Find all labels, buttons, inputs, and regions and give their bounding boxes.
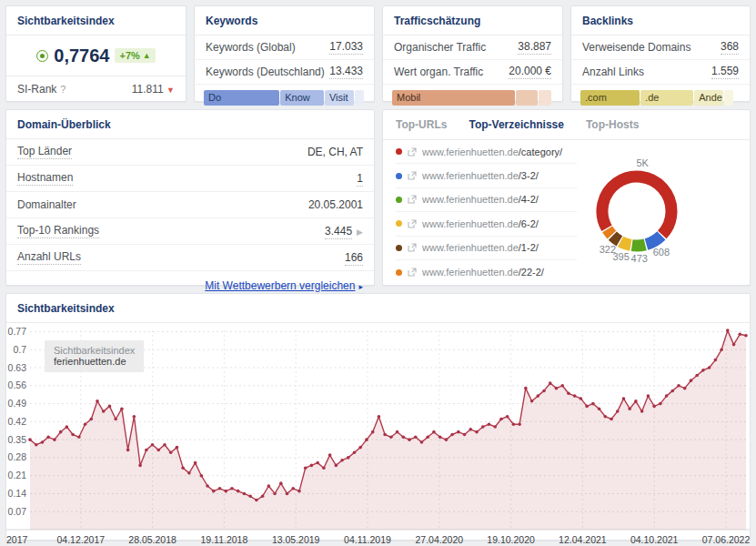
- data-point[interactable]: [328, 453, 332, 457]
- data-point[interactable]: [46, 436, 50, 440]
- data-point[interactable]: [156, 449, 160, 452]
- data-point[interactable]: [138, 464, 142, 468]
- data-point[interactable]: [738, 333, 741, 337]
- data-point[interactable]: [732, 343, 736, 347]
- data-point[interactable]: [463, 433, 467, 437]
- data-point[interactable]: [542, 389, 546, 393]
- data-point[interactable]: [432, 430, 436, 434]
- data-point[interactable]: [316, 461, 319, 465]
- data-point[interactable]: [670, 389, 674, 393]
- bar-segment[interactable]: Mobil: [392, 90, 515, 106]
- data-point[interactable]: [340, 459, 344, 462]
- data-point[interactable]: [84, 422, 87, 426]
- data-point[interactable]: [304, 466, 307, 470]
- domain-row-value[interactable]: 166: [345, 251, 363, 266]
- directory-list-item[interactable]: www.ferienhuetten.de/category/: [396, 140, 577, 164]
- tab-top-urls[interactable]: Top-URLs: [396, 118, 447, 131]
- data-point[interactable]: [567, 391, 570, 395]
- data-point[interactable]: [353, 450, 357, 454]
- data-point[interactable]: [151, 443, 155, 447]
- data-point[interactable]: [194, 461, 197, 465]
- data-point[interactable]: [371, 430, 375, 434]
- domain-row-label[interactable]: Anzahl URLs: [17, 250, 81, 265]
- data-point[interactable]: [683, 387, 687, 390]
- data-point[interactable]: [255, 499, 258, 502]
- data-point[interactable]: [677, 384, 680, 388]
- data-point[interactable]: [659, 402, 662, 406]
- data-point[interactable]: [114, 418, 117, 421]
- data-point[interactable]: [445, 438, 449, 441]
- data-point[interactable]: [53, 438, 56, 441]
- metric-value[interactable]: 20.000 €: [509, 65, 551, 79]
- bar-segment[interactable]: [724, 90, 734, 106]
- bar-segment[interactable]: [516, 90, 539, 106]
- data-point[interactable]: [720, 348, 723, 351]
- bar-segment[interactable]: Ande…: [694, 90, 723, 106]
- donut-segment[interactable]: [632, 244, 646, 245]
- domain-row-label[interactable]: Hostnamen: [17, 171, 73, 186]
- data-point[interactable]: [28, 438, 32, 441]
- data-point[interactable]: [230, 487, 234, 490]
- data-point[interactable]: [291, 487, 295, 490]
- data-point[interactable]: [414, 436, 418, 440]
- data-point[interactable]: [603, 415, 607, 419]
- data-point[interactable]: [493, 425, 497, 429]
- bar-segment[interactable]: Know: [280, 90, 324, 106]
- domain-row-label[interactable]: Top Länder: [17, 145, 72, 159]
- data-point[interactable]: [96, 399, 99, 403]
- data-point[interactable]: [408, 438, 411, 441]
- data-point[interactable]: [126, 449, 130, 452]
- data-point[interactable]: [560, 384, 564, 388]
- data-point[interactable]: [243, 492, 247, 496]
- data-point[interactable]: [457, 430, 460, 434]
- data-point[interactable]: [450, 433, 454, 437]
- data-point[interactable]: [59, 430, 63, 434]
- data-point[interactable]: [378, 415, 381, 419]
- data-point[interactable]: [310, 464, 314, 468]
- data-point[interactable]: [591, 402, 595, 406]
- domain-row-value[interactable]: 3.445: [325, 225, 352, 239]
- bar-segment[interactable]: [355, 90, 365, 106]
- data-point[interactable]: [120, 407, 124, 410]
- expand-arrow-icon[interactable]: ▶: [357, 228, 363, 237]
- data-point[interactable]: [438, 436, 442, 440]
- data-point[interactable]: [383, 433, 387, 437]
- metric-value[interactable]: 368: [721, 40, 739, 55]
- data-point[interactable]: [598, 407, 601, 410]
- data-point[interactable]: [224, 490, 227, 493]
- donut-segment[interactable]: [602, 177, 671, 235]
- data-point[interactable]: [212, 490, 216, 493]
- bar-segment[interactable]: .de: [640, 90, 693, 106]
- data-point[interactable]: [163, 443, 166, 447]
- data-point[interactable]: [71, 433, 75, 437]
- data-point[interactable]: [261, 494, 265, 498]
- data-point[interactable]: [89, 418, 93, 421]
- data-point[interactable]: [297, 490, 301, 493]
- data-point[interactable]: [622, 397, 626, 400]
- data-point[interactable]: [66, 425, 69, 429]
- data-point[interactable]: [580, 397, 583, 400]
- data-point[interactable]: [481, 425, 485, 429]
- data-point[interactable]: [469, 428, 473, 431]
- data-point[interactable]: [518, 422, 521, 426]
- tab-top-hosts[interactable]: Top-Hosts: [586, 118, 639, 131]
- data-point[interactable]: [573, 394, 577, 398]
- data-point[interactable]: [279, 481, 283, 485]
- data-point[interactable]: [714, 359, 718, 362]
- donut-segment[interactable]: [612, 236, 620, 241]
- data-point[interactable]: [102, 410, 106, 413]
- data-point[interactable]: [237, 490, 240, 493]
- data-point[interactable]: [133, 415, 136, 419]
- tab-top-verzeichnisse[interactable]: Top-Verzeichnisse: [469, 118, 563, 131]
- data-point[interactable]: [640, 410, 644, 413]
- data-point[interactable]: [420, 440, 424, 444]
- directory-list-item[interactable]: www.ferienhuetten.de/1-2/: [396, 237, 577, 260]
- si-change-badge[interactable]: +7% ▲: [115, 48, 155, 63]
- metric-value[interactable]: 1.559: [711, 65, 739, 79]
- data-point[interactable]: [665, 394, 669, 398]
- donut-segment[interactable]: [646, 235, 660, 244]
- metric-value[interactable]: 17.033: [329, 40, 363, 55]
- data-point[interactable]: [475, 430, 479, 434]
- data-point[interactable]: [726, 329, 730, 332]
- directory-list-item[interactable]: www.ferienhuetten.de/4-2/: [396, 188, 577, 212]
